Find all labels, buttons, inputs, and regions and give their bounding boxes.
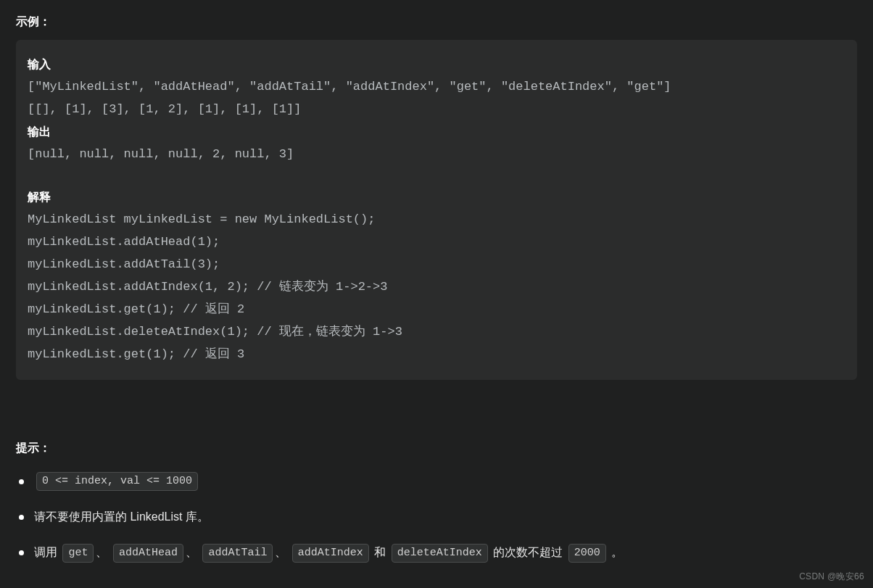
list-item: 调用 get、 addAtHead、 addAtTail、 addAtIndex… xyxy=(19,543,857,563)
tips-list: 0 <= index, val <= 1000 请不要使用内置的 LinkedL… xyxy=(16,472,857,563)
code-chip: addAtTail xyxy=(202,544,273,563)
label-explain: 解释 xyxy=(28,186,845,208)
txt: 。 xyxy=(611,546,623,558)
sep: 、 xyxy=(96,546,107,558)
explain-line: myLinkedList.get(1); // 返回 2 xyxy=(28,298,845,320)
page-root: 示例： 输入 ["MyLinkedList", "addAtHead", "ad… xyxy=(0,0,873,588)
explain-line: myLinkedList.addAtIndex(1, 2); // 链表变为 1… xyxy=(28,276,845,298)
tips-section: 提示： 0 <= index, val <= 1000 请不要使用内置的 Lin… xyxy=(16,441,857,563)
label-input: 输入 xyxy=(28,53,845,75)
tips-heading: 提示： xyxy=(16,441,857,456)
code-chip: 0 <= index, val <= 1000 xyxy=(36,472,198,491)
label-output: 输出 xyxy=(28,120,845,143)
spacer xyxy=(28,165,845,186)
code-chip: deleteAtIndex xyxy=(392,544,488,563)
explain-line: myLinkedList.addAtHead(1); xyxy=(28,231,845,253)
code-chip: 2000 xyxy=(568,544,606,563)
example-codeblock: 输入 ["MyLinkedList", "addAtHead", "addAtT… xyxy=(16,40,857,380)
watermark: CSDN @晚安66 xyxy=(799,571,864,583)
code-output: [null, null, null, null, 2, null, 3] xyxy=(28,143,845,165)
list-item: 0 <= index, val <= 1000 xyxy=(19,472,857,491)
explain-line: myLinkedList.addAtTail(3); xyxy=(28,253,845,276)
txt: 和 xyxy=(374,546,386,558)
bullet-icon xyxy=(19,515,24,520)
sep: 、 xyxy=(275,546,286,558)
code-chip: addAtHead xyxy=(113,544,183,563)
sep: 、 xyxy=(186,546,197,558)
code-chip: get xyxy=(62,544,94,563)
code-input-ops: ["MyLinkedList", "addAtHead", "addAtTail… xyxy=(28,75,845,98)
explain-line: myLinkedList.get(1); // 返回 3 xyxy=(28,343,845,365)
tip-text: 调用 get、 addAtHead、 addAtTail、 addAtIndex… xyxy=(34,543,623,563)
txt: 调用 xyxy=(34,546,57,558)
bullet-icon xyxy=(19,479,24,484)
example-heading: 示例： xyxy=(16,15,857,30)
list-item: 请不要使用内置的 LinkedList 库。 xyxy=(19,508,857,526)
explain-line: MyLinkedList myLinkedList = new MyLinked… xyxy=(28,208,845,231)
code-chip: addAtIndex xyxy=(292,544,369,563)
explain-line: myLinkedList.deleteAtIndex(1); // 现在，链表变… xyxy=(28,320,845,343)
code-input-args: [[], [1], [3], [1, 2], [1], [1], [1]] xyxy=(28,98,845,120)
txt: 的次数不超过 xyxy=(493,546,563,558)
bullet-icon xyxy=(19,550,24,555)
tip-text: 请不要使用内置的 LinkedList 库。 xyxy=(34,508,209,526)
